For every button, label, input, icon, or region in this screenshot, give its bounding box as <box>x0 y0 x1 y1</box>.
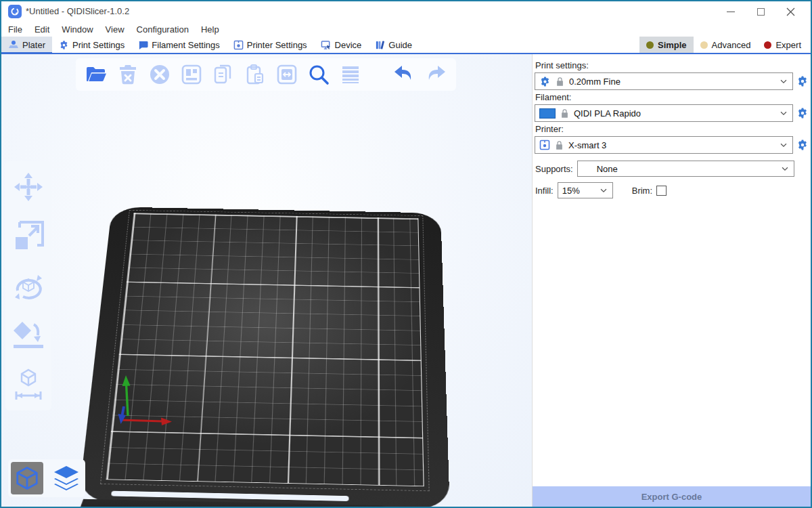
print-settings-icon <box>59 40 69 50</box>
tab-bar: Plater Print Settings Filament Settings … <box>1 37 811 54</box>
mode-expert[interactable]: Expert <box>757 37 808 53</box>
undo-icon <box>392 64 415 85</box>
mode-simple[interactable]: Simple <box>639 37 694 53</box>
plater-3d-viewport[interactable] <box>1 54 532 507</box>
editor-view-button[interactable] <box>11 462 43 494</box>
chevron-down-icon <box>779 140 788 150</box>
printer-value: X-smart 3 <box>568 140 775 150</box>
infill-combo[interactable]: 15% <box>558 182 613 198</box>
advanced-dot-icon <box>700 41 708 49</box>
tab-plater[interactable]: Plater <box>1 37 52 53</box>
arrange-button[interactable] <box>179 62 204 87</box>
chevron-down-icon <box>599 186 608 195</box>
menu-file[interactable]: File <box>7 23 30 36</box>
scale-icon <box>13 221 44 252</box>
delete-button[interactable] <box>116 62 141 87</box>
maximize-icon <box>757 8 765 16</box>
menu-view[interactable]: View <box>104 23 133 36</box>
measure-button[interactable] <box>11 367 46 402</box>
brim-checkbox[interactable] <box>656 186 667 196</box>
chevron-down-icon <box>780 164 790 173</box>
print-bed-body <box>78 207 450 507</box>
tab-device[interactable]: Device <box>314 37 369 53</box>
tab-printer-settings[interactable]: Printer Settings <box>227 37 314 53</box>
bed-handle <box>69 499 432 507</box>
close-button[interactable] <box>775 1 805 22</box>
search-button[interactable] <box>307 62 332 87</box>
tab-print-settings[interactable]: Print Settings <box>52 37 131 53</box>
menu-edit[interactable]: Edit <box>33 23 58 36</box>
gear-icon <box>796 107 809 119</box>
copy-icon <box>212 64 234 85</box>
delete-all-button[interactable] <box>148 62 173 87</box>
supports-label: Supports: <box>535 164 573 174</box>
gear-icon <box>796 75 809 87</box>
open-file-button[interactable] <box>84 62 109 87</box>
print-settings-combo[interactable]: 0.20mm Fine <box>535 72 793 90</box>
build-plate-grid <box>106 213 424 486</box>
simple-dot-icon <box>646 41 654 49</box>
redo-button[interactable] <box>423 62 448 87</box>
edit-filament-button[interactable] <box>796 107 809 119</box>
split-objects-icon <box>276 64 298 85</box>
gear-icon <box>796 139 809 151</box>
menu-window[interactable]: Window <box>60 23 101 36</box>
preview-view-button[interactable] <box>50 462 83 494</box>
menu-help[interactable]: Help <box>200 23 227 36</box>
variable-layer-height-icon <box>340 64 361 85</box>
tab-guide[interactable]: Guide <box>368 37 419 53</box>
build-area-outline <box>100 210 430 491</box>
printer-icon <box>539 140 550 150</box>
filament-label: Filament: <box>535 92 809 102</box>
print-settings-value: 0.20mm Fine <box>569 77 775 87</box>
move-button[interactable] <box>11 169 46 205</box>
minimize-button[interactable] <box>716 1 746 22</box>
printer-combo[interactable]: X-smart 3 <box>535 136 793 154</box>
filament-combo[interactable]: QIDI PLA Rapido <box>535 104 793 122</box>
filament-color-swatch <box>539 108 556 119</box>
infill-value: 15% <box>562 186 599 196</box>
mode-advanced[interactable]: Advanced <box>694 37 758 53</box>
menu-configuration[interactable]: Configuration <box>135 23 197 36</box>
device-icon <box>321 40 332 50</box>
delete-all-icon <box>149 64 171 85</box>
copy-button[interactable] <box>211 62 236 87</box>
expert-dot-icon <box>764 41 771 49</box>
tab-filament-settings[interactable]: Filament Settings <box>131 37 226 53</box>
printer-settings-icon <box>233 40 244 50</box>
app-window: *Untitled - QIDISlicer-1.0.2 File Edit W… <box>0 0 812 508</box>
close-icon <box>786 7 795 16</box>
place-on-face-button[interactable] <box>11 318 46 353</box>
place-on-face-icon <box>12 319 45 352</box>
title-bar: *Untitled - QIDISlicer-1.0.2 <box>1 1 811 22</box>
supports-combo[interactable]: None <box>577 161 794 177</box>
filament-value: QIDI PLA Rapido <box>574 108 775 119</box>
bed-handle-slot <box>111 491 348 501</box>
plater-icon <box>8 39 19 50</box>
arrange-icon <box>181 64 202 85</box>
lock-icon <box>555 77 565 87</box>
gear-icon <box>539 76 551 87</box>
lock-icon <box>554 140 564 150</box>
maximize-button[interactable] <box>746 1 775 22</box>
rotate-button[interactable] <box>11 268 46 303</box>
edit-printer-button[interactable] <box>796 139 809 151</box>
edit-print-settings-button[interactable] <box>796 75 809 87</box>
lock-icon <box>560 108 570 119</box>
window-title: *Untitled - QIDISlicer-1.0.2 <box>26 6 129 16</box>
brim-label: Brim: <box>632 186 652 196</box>
split-objects-button[interactable] <box>275 62 300 87</box>
variable-layer-height-button[interactable] <box>338 62 363 87</box>
view-switcher <box>8 459 85 497</box>
supports-value: None <box>582 164 780 174</box>
rotate-icon <box>12 270 45 302</box>
undo-button[interactable] <box>391 62 416 87</box>
paste-button[interactable] <box>243 62 268 87</box>
search-icon <box>308 64 330 85</box>
preview-layers-icon <box>51 463 81 493</box>
minimize-icon <box>727 12 735 12</box>
scale-button[interactable] <box>11 219 46 254</box>
measure-icon <box>12 368 45 401</box>
export-gcode-button[interactable]: Export G-code <box>533 486 811 507</box>
open-file-icon <box>85 64 108 85</box>
